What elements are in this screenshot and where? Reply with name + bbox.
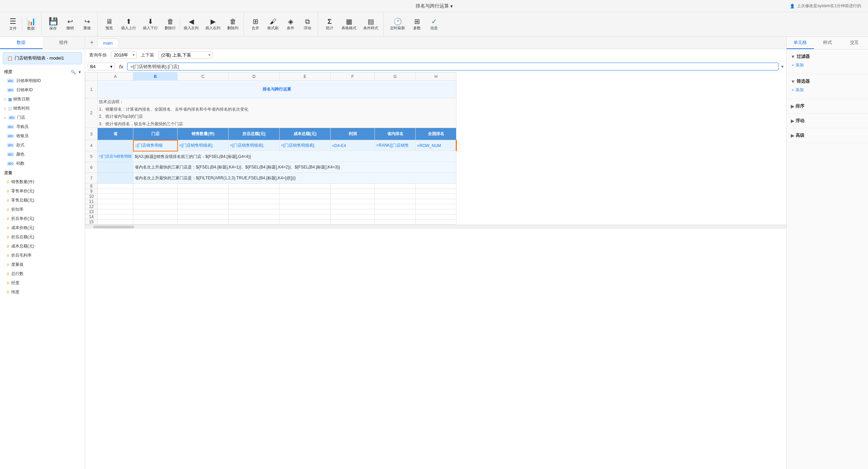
- data-cell-c4[interactable]: =[门店销售明细表].: [178, 140, 229, 151]
- float-button[interactable]: ⧉ 浮动: [299, 15, 316, 34]
- data-cell-h4[interactable]: =ROW_NUM: [416, 140, 456, 151]
- sidebar-item-discount[interactable]: # 折扣率: [0, 205, 85, 214]
- sidebar-item-sale-date[interactable]: ▷ ▦ 销售日期: [0, 95, 85, 104]
- formula-cell-b6[interactable]: 省内名次上升最快的三家门店是：${FSEL(B4.[标题],K4=1)}、${F…: [133, 162, 456, 173]
- col-header-h[interactable]: H: [416, 72, 456, 81]
- delete-row-button[interactable]: 🗑 删除行: [162, 15, 179, 34]
- data-cell-b4[interactable]: ↓[门店销售明细: [133, 140, 178, 151]
- sidebar-item-longitude[interactable]: # 经度: [0, 278, 85, 288]
- filter-updown-select[interactable]: (2项) 上装,下装: [158, 51, 213, 59]
- delete-col-button[interactable]: 🗑 删除列: [224, 15, 241, 34]
- data-cell-f4[interactable]: =D4-E4: [331, 140, 375, 151]
- col-header-b[interactable]: B: [133, 72, 178, 81]
- sidebar-item-retail-price[interactable]: # 零售单价(元): [0, 187, 85, 196]
- right-tab-style[interactable]: 样式: [814, 37, 841, 49]
- menu-button[interactable]: ☰ 文件: [5, 15, 21, 34]
- data-cell-g4[interactable]: =RANK([门店销售: [375, 140, 416, 151]
- cond-format-button[interactable]: ▤ 条件样式: [360, 15, 381, 34]
- sidebar-tab-data[interactable]: 数据: [0, 37, 43, 49]
- col-header-d[interactable]: D: [229, 72, 280, 81]
- formula-cell-a6[interactable]: [98, 162, 133, 173]
- float-section-header[interactable]: ▶ 浮动: [791, 116, 864, 125]
- condition-button[interactable]: ◈ 条件: [282, 15, 299, 34]
- right-tab-cell[interactable]: 单元格: [787, 37, 814, 49]
- cell-ref-dropdown-icon[interactable]: ▾: [110, 64, 113, 69]
- header-sales-qty[interactable]: 销售数量(件): [178, 128, 229, 140]
- sidebar-item-style[interactable]: abc 款式: [0, 141, 85, 150]
- sidebar-item-total-rows[interactable]: # 总行数: [0, 269, 85, 278]
- col-header-c[interactable]: C: [178, 72, 229, 81]
- formula-cell-b5[interactable]: ${A3.[标题]}销售业绩排名前三的门店：${FSEL(B4.[标题],G4<…: [133, 151, 456, 162]
- insert-left-button[interactable]: ◀ 插入左列: [181, 15, 202, 34]
- formula-cell-a5[interactable]: =[门店店%销售明细: [98, 151, 133, 162]
- sidebar-item-color[interactable]: abc 颜色: [0, 150, 85, 159]
- sidebar-tab-component[interactable]: 组件: [43, 37, 85, 49]
- sidebar-item-size[interactable]: abc 码数: [0, 159, 85, 168]
- sort-section-header[interactable]: ▶ 排序: [791, 102, 864, 111]
- grid-container[interactable]: A B C D E F G H 1 排名与跨行运算: [85, 72, 786, 469]
- info-button[interactable]: ✓ 信息: [426, 15, 442, 34]
- sidebar-item-discounted-price[interactable]: # 折后单价(元): [0, 214, 85, 223]
- add-sheet-button[interactable]: +: [88, 39, 96, 47]
- filter-expand-icon[interactable]: ▾: [79, 70, 81, 75]
- data-cell-a4[interactable]: [98, 140, 133, 151]
- sidebar-item-gross-margin[interactable]: # 折后毛利率: [0, 251, 85, 260]
- insert-right-button[interactable]: ▶ 插入右列: [202, 15, 223, 34]
- sidebar-item-cost-price[interactable]: # 成本价格(元): [0, 223, 85, 232]
- data-cell-e4[interactable]: =[门店销售明细表].: [280, 140, 331, 151]
- description-cell[interactable]: 技术点说明： 1、销量排名：计算省内排名、全国排名、去年省内排名和今年省内排名的…: [98, 98, 456, 128]
- search-icon[interactable]: 🔍: [71, 70, 76, 75]
- header-discounted-total[interactable]: 折后总额(元): [229, 128, 280, 140]
- formula-expand-icon[interactable]: ▾: [781, 64, 784, 69]
- col-header-e[interactable]: E: [280, 72, 331, 81]
- filter-year-select[interactable]: 2018年: [111, 51, 137, 59]
- redo-button[interactable]: ↪ 重做: [79, 15, 95, 34]
- format-brush-button[interactable]: 🖌 格式刷: [264, 15, 282, 34]
- filter-section-header[interactable]: ▼ 过滤器: [791, 52, 864, 61]
- formula-cell-b7[interactable]: 省内名次上升最快的三家门店是：${FILTER(ARR(1,2,3),TRUE,…: [133, 173, 456, 184]
- selector-add-button[interactable]: ＋ 添加: [791, 87, 864, 93]
- insert-up-button[interactable]: ⬆ 插入上行: [118, 15, 139, 34]
- filter-add-button[interactable]: ＋ 添加: [791, 62, 864, 68]
- sidebar-item-discounted-total[interactable]: # 折后总额(元): [0, 232, 85, 242]
- sidebar-item-sale-time[interactable]: ▷ ◫ 销售时间: [0, 104, 85, 113]
- sidebar-item-guide[interactable]: abc 导购员: [0, 122, 85, 131]
- title-cell[interactable]: 排名与跨行运算: [98, 81, 456, 98]
- undo-button[interactable]: ↩ 撤销: [62, 15, 78, 34]
- horizontal-scrollbar[interactable]: [85, 225, 786, 229]
- advanced-section-header[interactable]: ▶ 高级: [791, 131, 864, 140]
- title-dropdown-icon[interactable]: ▾: [450, 3, 453, 9]
- merge-button[interactable]: ⊞ 合并: [247, 15, 264, 34]
- sidebar-item-daily-detail-id[interactable]: abc 日销单明细ID: [0, 76, 85, 85]
- insert-down-button[interactable]: ⬇ 插入下行: [140, 15, 161, 34]
- model-item[interactable]: 📋 门店销售明细表 - model1: [3, 52, 82, 64]
- sidebar-item-cost-total[interactable]: # 成本总额(元): [0, 242, 85, 251]
- col-header-g[interactable]: G: [375, 72, 416, 81]
- data-cell-d4[interactable]: =[门店销售明细表].: [229, 140, 280, 151]
- formula-input[interactable]: [127, 63, 779, 70]
- save-button[interactable]: 💾 保存: [45, 15, 61, 34]
- header-store[interactable]: 门店: [133, 128, 178, 140]
- sidebar-item-measure-value[interactable]: # 度量值: [0, 260, 85, 269]
- data-button[interactable]: 📊 数据: [23, 15, 39, 34]
- timer-refresh-button[interactable]: 🕐 定时刷新: [387, 15, 408, 34]
- formula-cell-a7[interactable]: [98, 173, 133, 184]
- sidebar-item-store[interactable]: ▷ abc 门店: [0, 113, 85, 122]
- header-cost-total[interactable]: 成本总额(元): [280, 128, 331, 140]
- header-profit[interactable]: 利润: [331, 128, 375, 140]
- stats-button[interactable]: Σ 统计: [321, 15, 338, 34]
- sidebar-item-cashier[interactable]: abc 收银员: [0, 131, 85, 141]
- params-button[interactable]: ⊞ 参数: [409, 15, 425, 34]
- col-header-a[interactable]: A: [98, 72, 133, 81]
- sidebar-item-latitude[interactable]: # 纬度: [0, 288, 85, 297]
- preview-button[interactable]: 🖥 预览: [101, 15, 117, 34]
- sheet-tab-main[interactable]: main: [97, 39, 118, 47]
- sidebar-item-sales-qty[interactable]: # 销售数量(件): [0, 177, 85, 187]
- table-format-button[interactable]: ▦ 表格格式: [338, 15, 360, 34]
- scroll-thumb[interactable]: [93, 226, 134, 228]
- filter-updown-select-wrapper[interactable]: (2项) 上装,下装: [158, 51, 213, 59]
- header-national-rank[interactable]: 全国排名: [416, 128, 456, 140]
- filter-year-select-wrapper[interactable]: 2018年: [111, 51, 137, 59]
- header-province[interactable]: 省: [98, 128, 133, 140]
- header-provincial-rank[interactable]: 省内排名: [375, 128, 416, 140]
